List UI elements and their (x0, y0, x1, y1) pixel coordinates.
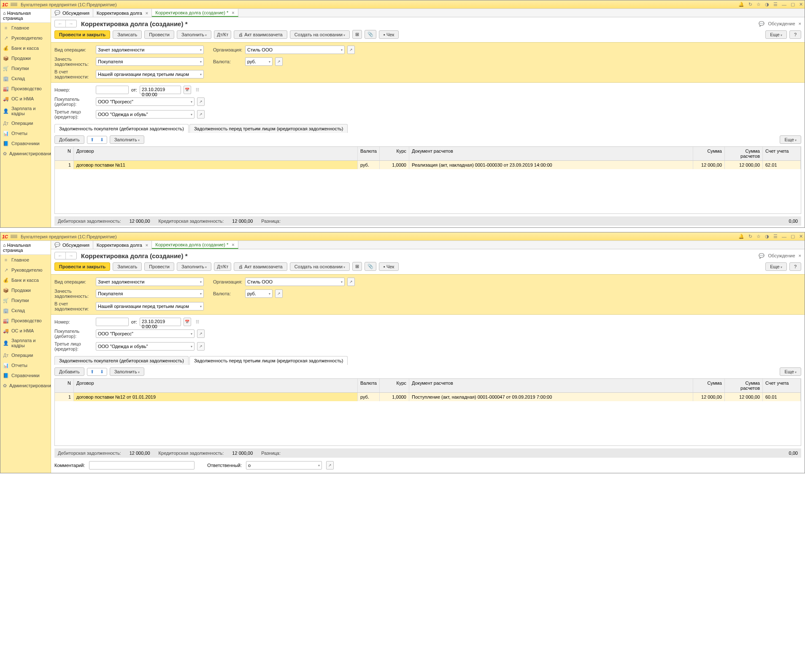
clip-button[interactable]: 📎 (365, 262, 376, 271)
against-select[interactable]: Нашей организации перед третьим лицом▾ (96, 70, 204, 78)
buyer-select[interactable]: ООО "Прогресс"▾ (96, 97, 194, 106)
sidebar-item[interactable]: ДтОперации (0, 118, 51, 128)
forward-button[interactable]: → (66, 252, 76, 259)
bell-icon[interactable]: 🔔 (738, 234, 744, 239)
menu-icon[interactable] (11, 2, 17, 7)
close-form-button[interactable]: × (799, 21, 801, 26)
more-button[interactable]: Еще (765, 262, 787, 271)
discuss-label[interactable]: Обсуждение (768, 21, 795, 26)
settings-icon[interactable]: ☰ (773, 2, 778, 7)
comment-input[interactable] (89, 461, 194, 470)
add-button[interactable]: Добавить (54, 135, 84, 144)
star-icon[interactable]: ☆ (756, 2, 761, 7)
tab-debt-create[interactable]: Корректировка долга (создание) *× (152, 9, 238, 17)
discuss-icon[interactable]: 💬 (759, 21, 764, 27)
sidebar-item[interactable]: 📊Отчеты (0, 360, 51, 370)
open-icon[interactable]: ↗ (275, 57, 283, 66)
help-button[interactable]: ? (789, 262, 801, 271)
fill-button[interactable]: Заполнить (177, 30, 211, 39)
close-icon[interactable]: ✕ (799, 2, 803, 7)
dtkt-button[interactable]: Дт/Кт (214, 262, 231, 271)
sidebar-item[interactable]: 📦Продажи (0, 285, 51, 295)
list-icon[interactable]: ☷ (194, 318, 201, 326)
back-button[interactable]: ← (55, 252, 66, 259)
user-icon[interactable]: ◑ (765, 2, 769, 7)
down-button[interactable]: ⬇ (97, 368, 107, 375)
subtab-debitor[interactable]: Задолженность покупателя (дебиторская за… (54, 356, 189, 365)
create-base-button[interactable]: Создать на основании (290, 30, 350, 39)
check-button[interactable]: ▪ Чек (379, 30, 399, 39)
star-icon[interactable]: ☆ (756, 234, 761, 239)
table-more-button[interactable]: Еще (780, 135, 801, 144)
close-icon[interactable]: ✕ (799, 234, 803, 239)
maximize-icon[interactable]: ▢ (791, 2, 795, 7)
fill-button[interactable]: Заполнить (177, 262, 211, 271)
close-icon[interactable]: × (232, 242, 234, 247)
sidebar-item[interactable]: ✿Администрирование (0, 381, 51, 391)
fill-table-button[interactable]: Заполнить (110, 367, 144, 376)
open-icon[interactable]: ↗ (326, 461, 334, 470)
post-close-button[interactable]: Провести и закрыть (54, 30, 110, 39)
post-close-button[interactable]: Провести и закрыть (54, 262, 110, 271)
close-icon[interactable]: × (232, 10, 234, 15)
tree-button[interactable]: ⊞ (352, 30, 362, 39)
sidebar-item[interactable]: ДтОперации (0, 350, 51, 360)
write-button[interactable]: Записать (113, 30, 142, 39)
table-row[interactable]: 1 договор поставки №12 от 01.01.2019 руб… (55, 393, 801, 401)
post-button[interactable]: Провести (144, 262, 174, 271)
add-button[interactable]: Добавить (54, 367, 84, 376)
sidebar-item[interactable]: 💰Банк и касса (0, 43, 51, 53)
discuss-icon[interactable]: 💬 (759, 253, 764, 259)
act-button[interactable]: 🖨 Акт взаимозачета (234, 30, 287, 39)
against-select[interactable]: Нашей организации перед третьим лицом▾ (96, 302, 204, 310)
sidebar-item[interactable]: 🛒Покупки (0, 63, 51, 73)
create-base-button[interactable]: Создать на основании (290, 262, 350, 271)
cur-select[interactable]: руб.▾ (245, 289, 273, 298)
table-row[interactable]: 1 договор поставки №11 руб. 1,0000 Реали… (55, 161, 801, 169)
act-button[interactable]: 🖨 Акт взаимозачета (234, 262, 287, 271)
fill-table-button[interactable]: Заполнить (110, 135, 144, 144)
sidebar-item[interactable]: ↗Руководителю (0, 265, 51, 275)
sidebar-start[interactable]: ⌂ Начальная страница (0, 9, 51, 23)
op-type-select[interactable]: Зачет задолженности▾ (96, 46, 204, 54)
open-icon[interactable]: ↗ (197, 110, 205, 119)
discuss-label[interactable]: Обсуждение (768, 253, 795, 258)
num-input[interactable] (96, 318, 129, 326)
write-button[interactable]: Записать (113, 262, 142, 271)
close-icon[interactable]: × (146, 11, 148, 16)
minimize-icon[interactable]: — (782, 234, 786, 239)
op-type-select[interactable]: Зачет задолженности▾ (96, 278, 204, 286)
org-select[interactable]: Стиль ООО▾ (245, 278, 345, 286)
offset-select[interactable]: Покупателя▾ (96, 289, 204, 298)
menu-icon[interactable] (11, 234, 17, 239)
sidebar-item[interactable]: 🏢Склад (0, 73, 51, 84)
calendar-icon[interactable]: 📅 (184, 318, 191, 326)
third-select[interactable]: ООО "Одежда и обувь"▾ (96, 342, 194, 351)
sidebar-item[interactable]: ✿Администрирование (0, 148, 51, 159)
sidebar-item[interactable]: 📘Справочники (0, 370, 51, 381)
sidebar-item[interactable]: 🏭Производство (0, 316, 51, 326)
sidebar-item[interactable]: 📊Отчеты (0, 128, 51, 138)
num-input[interactable] (96, 86, 129, 94)
open-icon[interactable]: ↗ (197, 342, 205, 351)
sidebar-item[interactable]: 🏢Склад (0, 305, 51, 316)
open-icon[interactable]: ↗ (197, 97, 205, 106)
tab-debt[interactable]: Корректировка долга× (93, 241, 152, 249)
sidebar-item[interactable]: ≡Главное (0, 23, 51, 33)
subtab-creditor[interactable]: Задолженность перед третьим лицом (креди… (189, 124, 348, 133)
resp-select[interactable]: о▾ (246, 461, 322, 470)
clock-icon[interactable]: ↻ (748, 234, 752, 239)
forward-button[interactable]: → (66, 20, 76, 27)
offset-select[interactable]: Покупателя▾ (96, 57, 204, 66)
tab-discussions[interactable]: 💬Обсуждения (51, 9, 93, 17)
open-icon[interactable]: ↗ (275, 289, 283, 298)
third-select[interactable]: ООО "Одежда и обувь"▾ (96, 110, 194, 119)
settings-icon[interactable]: ☰ (773, 234, 778, 239)
post-button[interactable]: Провести (144, 30, 174, 39)
date-input[interactable]: 23.10.2019 0:00:00 (140, 318, 181, 326)
check-button[interactable]: ▪ Чек (379, 262, 399, 271)
sidebar-item[interactable]: 📦Продажи (0, 53, 51, 63)
dtkt-button[interactable]: Дт/Кт (214, 30, 231, 39)
sidebar-item[interactable]: 👤Зарплата и кадры (0, 336, 51, 350)
date-input[interactable]: 23.10.2019 0:00:00 (140, 86, 181, 94)
